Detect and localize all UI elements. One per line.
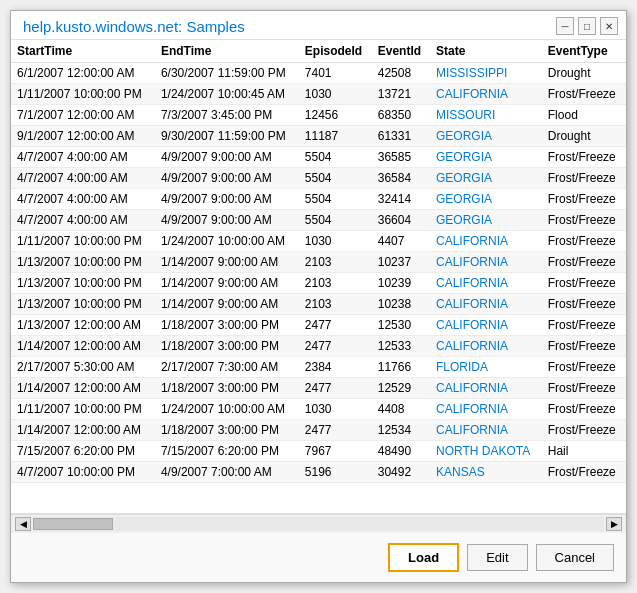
table-row[interactable]: 4/7/2007 4:00:00 AM4/9/2007 9:00:00 AM55…: [11, 210, 626, 231]
table-cell: CALIFORNIA: [430, 399, 542, 420]
table-cell: Frost/Freeze: [542, 147, 626, 168]
table-row[interactable]: 1/13/2007 10:00:00 PM1/14/2007 9:00:00 A…: [11, 273, 626, 294]
table-cell: 12529: [372, 378, 430, 399]
table-cell: 12530: [372, 315, 430, 336]
table-cell: Frost/Freeze: [542, 378, 626, 399]
table-row[interactable]: 4/7/2007 4:00:00 AM4/9/2007 9:00:00 AM55…: [11, 168, 626, 189]
minimize-button[interactable]: ─: [556, 17, 574, 35]
scroll-right-arrow[interactable]: ▶: [606, 517, 622, 531]
table-cell: 1/11/2007 10:00:00 PM: [11, 399, 155, 420]
data-table-container[interactable]: StartTime EndTime EpisodeId EventId Stat…: [11, 40, 626, 514]
close-button[interactable]: ✕: [600, 17, 618, 35]
load-button[interactable]: Load: [388, 543, 459, 572]
table-cell: 7/15/2007 6:20:00 PM: [11, 441, 155, 462]
table-cell: 2/17/2007 5:30:00 AM: [11, 357, 155, 378]
table-cell: FLORIDA: [430, 357, 542, 378]
table-cell: 1/18/2007 3:00:00 PM: [155, 315, 299, 336]
table-cell: Frost/Freeze: [542, 462, 626, 483]
table-cell: 1/13/2007 10:00:00 PM: [11, 252, 155, 273]
table-cell: 5504: [299, 147, 372, 168]
table-cell: CALIFORNIA: [430, 420, 542, 441]
dialog: help.kusto.windows.net: Samples ─ □ ✕ St…: [10, 10, 627, 583]
table-cell: Flood: [542, 105, 626, 126]
maximize-button[interactable]: □: [578, 17, 596, 35]
table-cell: Frost/Freeze: [542, 189, 626, 210]
table-row[interactable]: 4/7/2007 4:00:00 AM4/9/2007 9:00:00 AM55…: [11, 147, 626, 168]
table-cell: 1/11/2007 10:00:00 PM: [11, 84, 155, 105]
table-row[interactable]: 1/13/2007 10:00:00 PM1/14/2007 9:00:00 A…: [11, 252, 626, 273]
table-row[interactable]: 1/14/2007 12:00:00 AM1/18/2007 3:00:00 P…: [11, 336, 626, 357]
scroll-left-arrow[interactable]: ◀: [15, 517, 31, 531]
table-cell: 2477: [299, 378, 372, 399]
table-cell: GEORGIA: [430, 189, 542, 210]
table-cell: 1/11/2007 10:00:00 PM: [11, 231, 155, 252]
table-cell: Frost/Freeze: [542, 252, 626, 273]
table-row[interactable]: 9/1/2007 12:00:00 AM9/30/2007 11:59:00 P…: [11, 126, 626, 147]
scroll-thumb[interactable]: [33, 518, 113, 530]
table-row[interactable]: 7/1/2007 12:00:00 AM7/3/2007 3:45:00 PM1…: [11, 105, 626, 126]
table-cell: 9/30/2007 11:59:00 PM: [155, 126, 299, 147]
table-row[interactable]: 1/11/2007 10:00:00 PM1/24/2007 10:00:00 …: [11, 399, 626, 420]
data-table: StartTime EndTime EpisodeId EventId Stat…: [11, 40, 626, 483]
table-cell: 32414: [372, 189, 430, 210]
table-cell: 1/14/2007 9:00:00 AM: [155, 294, 299, 315]
table-cell: 4/7/2007 4:00:00 AM: [11, 168, 155, 189]
table-cell: 5504: [299, 168, 372, 189]
table-cell: MISSISSIPPI: [430, 63, 542, 84]
table-cell: CALIFORNIA: [430, 378, 542, 399]
scroll-track[interactable]: [33, 517, 604, 531]
table-row[interactable]: 1/14/2007 12:00:00 AM1/18/2007 3:00:00 P…: [11, 420, 626, 441]
table-cell: 1/13/2007 10:00:00 PM: [11, 294, 155, 315]
table-cell: 2103: [299, 294, 372, 315]
table-cell: 42508: [372, 63, 430, 84]
table-cell: Frost/Freeze: [542, 336, 626, 357]
table-row[interactable]: 1/11/2007 10:00:00 PM1/24/2007 10:00:00 …: [11, 231, 626, 252]
table-row[interactable]: 6/1/2007 12:00:00 AM6/30/2007 11:59:00 P…: [11, 63, 626, 84]
col-header-episodeid: EpisodeId: [299, 40, 372, 63]
table-cell: Frost/Freeze: [542, 231, 626, 252]
table-cell: CALIFORNIA: [430, 252, 542, 273]
table-cell: 10238: [372, 294, 430, 315]
table-row[interactable]: 4/7/2007 10:00:00 PM4/9/2007 7:00:00 AM5…: [11, 462, 626, 483]
table-cell: 1/13/2007 12:00:00 AM: [11, 315, 155, 336]
table-cell: 5196: [299, 462, 372, 483]
horizontal-scrollbar[interactable]: ◀ ▶: [11, 514, 626, 533]
table-cell: Drought: [542, 63, 626, 84]
table-row[interactable]: 7/15/2007 6:20:00 PM7/15/2007 6:20:00 PM…: [11, 441, 626, 462]
table-cell: 36604: [372, 210, 430, 231]
table-cell: 2477: [299, 336, 372, 357]
table-cell: 4/7/2007 4:00:00 AM: [11, 210, 155, 231]
table-row[interactable]: 1/13/2007 12:00:00 AM1/18/2007 3:00:00 P…: [11, 315, 626, 336]
col-header-eventtype: EventType: [542, 40, 626, 63]
table-cell: 36584: [372, 168, 430, 189]
table-row[interactable]: 4/7/2007 4:00:00 AM4/9/2007 9:00:00 AM55…: [11, 189, 626, 210]
table-cell: 1/13/2007 10:00:00 PM: [11, 273, 155, 294]
table-cell: CALIFORNIA: [430, 84, 542, 105]
table-cell: 2103: [299, 273, 372, 294]
table-cell: GEORGIA: [430, 168, 542, 189]
table-row[interactable]: 1/14/2007 12:00:00 AM1/18/2007 3:00:00 P…: [11, 378, 626, 399]
table-row[interactable]: 1/11/2007 10:00:00 PM1/24/2007 10:00:45 …: [11, 84, 626, 105]
table-cell: Frost/Freeze: [542, 168, 626, 189]
table-cell: 11187: [299, 126, 372, 147]
table-header-row: StartTime EndTime EpisodeId EventId Stat…: [11, 40, 626, 63]
table-cell: 4/9/2007 9:00:00 AM: [155, 147, 299, 168]
table-cell: 2103: [299, 252, 372, 273]
table-cell: Frost/Freeze: [542, 294, 626, 315]
table-cell: 1/14/2007 12:00:00 AM: [11, 378, 155, 399]
dialog-footer: Load Edit Cancel: [11, 533, 626, 582]
table-cell: 6/1/2007 12:00:00 AM: [11, 63, 155, 84]
col-header-state: State: [430, 40, 542, 63]
table-cell: 13721: [372, 84, 430, 105]
table-row[interactable]: 2/17/2007 5:30:00 AM2/17/2007 7:30:00 AM…: [11, 357, 626, 378]
col-header-eventid: EventId: [372, 40, 430, 63]
table-cell: 10239: [372, 273, 430, 294]
table-cell: 7401: [299, 63, 372, 84]
table-row[interactable]: 1/13/2007 10:00:00 PM1/14/2007 9:00:00 A…: [11, 294, 626, 315]
cancel-button[interactable]: Cancel: [536, 544, 614, 571]
table-cell: 6/30/2007 11:59:00 PM: [155, 63, 299, 84]
table-cell: 4/7/2007 4:00:00 AM: [11, 189, 155, 210]
edit-button[interactable]: Edit: [467, 544, 527, 571]
table-cell: 7/3/2007 3:45:00 PM: [155, 105, 299, 126]
table-cell: 7/1/2007 12:00:00 AM: [11, 105, 155, 126]
